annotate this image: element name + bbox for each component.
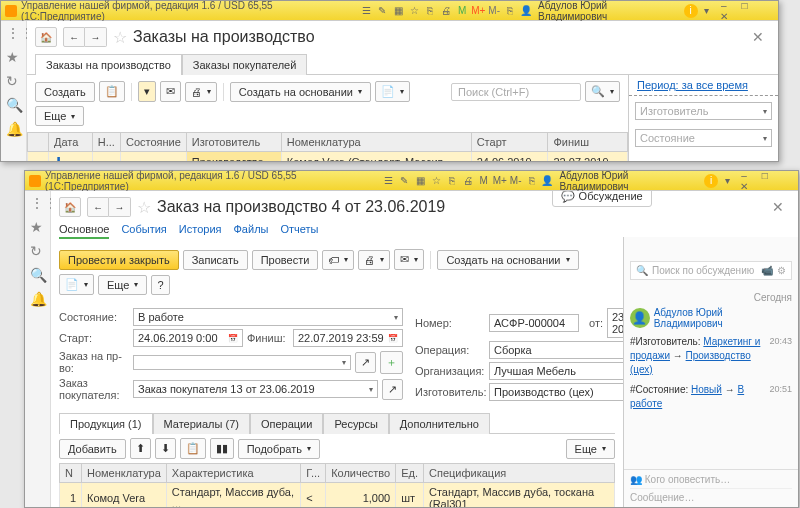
grid-icon[interactable]: ⋮⋮⋮ xyxy=(6,25,22,41)
star-icon[interactable]: ★ xyxy=(30,219,46,235)
tb-icon[interactable]: ⎘ xyxy=(525,174,539,188)
fav-icon[interactable]: ☆ xyxy=(113,28,127,47)
status-button[interactable]: ▾ xyxy=(138,81,156,102)
fwd-button[interactable]: → xyxy=(109,197,131,217)
tab-orders-cust[interactable]: Заказы покупателей xyxy=(182,54,308,75)
filter-maker[interactable]: Изготовитель▾ xyxy=(635,102,772,120)
copy-row-button[interactable]: 📋 xyxy=(180,438,206,459)
history-icon[interactable]: ↻ xyxy=(6,73,22,89)
col-icon[interactable] xyxy=(28,133,49,152)
pick-button[interactable]: Подобрать ▾ xyxy=(238,439,320,459)
user-name[interactable]: Абдулов Юрий Владимирович xyxy=(538,0,679,22)
tb-icon[interactable]: M xyxy=(455,4,469,18)
max-button[interactable]: □ xyxy=(756,170,774,181)
message-input[interactable]: Сообщение… xyxy=(630,492,792,503)
col-unit[interactable]: Ед. xyxy=(396,464,424,483)
add-button[interactable]: ＋ xyxy=(380,351,403,374)
nav-reports[interactable]: Отчеты xyxy=(280,223,318,239)
tab-resources[interactable]: Ресурсы xyxy=(323,413,388,434)
tb-icon[interactable]: ☰ xyxy=(359,4,373,18)
more-button[interactable]: Еще▾ xyxy=(35,106,84,126)
home-button[interactable]: 🏠 xyxy=(35,27,57,47)
from-input[interactable]: 23.06.2019 20:41:17📅 xyxy=(607,308,623,338)
col-finish[interactable]: Финиш xyxy=(548,133,628,152)
col-date[interactable]: Дата xyxy=(49,133,93,152)
mail-button[interactable]: ✉ xyxy=(160,81,181,102)
notify-input[interactable]: Кого оповестить… xyxy=(645,474,730,485)
info-icon[interactable]: i xyxy=(704,174,718,188)
report-button[interactable]: 📄▾ xyxy=(59,274,94,295)
tab-materials[interactable]: Материалы (7) xyxy=(153,413,250,434)
filter-state[interactable]: Состояние▾ xyxy=(635,129,772,147)
fav-icon[interactable]: ☆ xyxy=(137,198,151,217)
create-based-button[interactable]: Создать на основании▾ xyxy=(437,250,578,270)
home-button[interactable]: 🏠 xyxy=(59,197,81,217)
create-button[interactable]: Создать xyxy=(35,82,95,102)
tab-products[interactable]: Продукция (1) xyxy=(59,413,153,434)
tb-icon[interactable]: ☰ xyxy=(381,174,395,188)
discuss-search[interactable]: 🔍 Поиск по обсуждению📹⚙ xyxy=(630,261,792,280)
back-button[interactable]: ← xyxy=(87,197,109,217)
info-icon[interactable]: i xyxy=(684,4,698,18)
tb-icon[interactable]: M- xyxy=(487,4,501,18)
more-button[interactable]: Еще▾ xyxy=(98,275,147,295)
tag-button[interactable]: 🏷▾ xyxy=(322,250,354,270)
down-button[interactable]: ⬇ xyxy=(155,438,176,459)
grid-icon[interactable]: ⋮⋮⋮ xyxy=(30,195,46,211)
search-input[interactable]: Поиск (Ctrl+F) xyxy=(451,83,581,101)
up-button[interactable]: ⬆ xyxy=(130,438,151,459)
fwd-button[interactable]: → xyxy=(85,27,107,47)
tb-icon[interactable]: ▦ xyxy=(391,4,405,18)
save-button[interactable]: Записать xyxy=(183,250,248,270)
col-start[interactable]: Старт xyxy=(471,133,548,152)
copy-button[interactable]: 📋 xyxy=(99,81,125,102)
tb-icon[interactable]: M+ xyxy=(493,174,507,188)
open-button[interactable]: ↗ xyxy=(355,352,376,373)
tab-orders-prod[interactable]: Заказы на производство xyxy=(35,54,182,75)
tb-icon[interactable]: ✎ xyxy=(375,4,389,18)
user-icon[interactable]: 👤 xyxy=(541,174,555,188)
min-button[interactable]: – xyxy=(715,0,733,11)
back-button[interactable]: ← xyxy=(63,27,85,47)
col-n[interactable]: N xyxy=(60,464,82,483)
close-button[interactable]: ✕ xyxy=(735,181,753,192)
close-button[interactable]: ✕ xyxy=(715,11,733,22)
star-icon[interactable]: ★ xyxy=(6,49,22,65)
order-cust-input[interactable]: Заказ покупателя 13 от 23.06.2019▾ xyxy=(133,380,378,398)
nav-events[interactable]: События xyxy=(121,223,166,239)
close-page[interactable]: ✕ xyxy=(746,29,770,45)
col-nomen[interactable]: Номенклатура xyxy=(281,133,471,152)
col-maker[interactable]: Изготовитель xyxy=(186,133,281,152)
tab-operations[interactable]: Операции xyxy=(250,413,323,434)
tb-icon[interactable]: ☆ xyxy=(429,174,443,188)
barcode-button[interactable]: ▮▮ xyxy=(210,438,234,459)
max-button[interactable]: □ xyxy=(735,0,753,11)
finish-input[interactable]: 22.07.2019 23:59📅 xyxy=(293,329,403,347)
state-input[interactable]: В работе▾ xyxy=(133,308,403,326)
nav-history[interactable]: История xyxy=(179,223,222,239)
dd-icon[interactable]: ▾ xyxy=(720,174,734,188)
col-num[interactable]: Н... xyxy=(92,133,120,152)
period-link[interactable]: Период: за все время xyxy=(637,79,748,91)
col-nomen[interactable]: Номенклатура xyxy=(82,464,167,483)
tb-icon[interactable]: ⎘ xyxy=(423,4,437,18)
tb-icon[interactable]: ▦ xyxy=(413,174,427,188)
tb-icon[interactable]: 🖨 xyxy=(439,4,453,18)
number-input[interactable]: АСФР-000004 xyxy=(489,314,579,332)
tb-icon[interactable]: ☆ xyxy=(407,4,421,18)
tb-icon[interactable]: ✎ xyxy=(397,174,411,188)
post-button[interactable]: Провести xyxy=(252,250,319,270)
col-qty[interactable]: Количество xyxy=(326,464,396,483)
print-button[interactable]: 🖨▾ xyxy=(185,82,217,102)
nav-main[interactable]: Основное xyxy=(59,223,109,239)
post-close-button[interactable]: Провести и закрыть xyxy=(59,250,179,270)
col-char[interactable]: Характеристика xyxy=(166,464,301,483)
create-based-button[interactable]: Создать на основании▾ xyxy=(230,82,371,102)
open-button[interactable]: ↗ xyxy=(382,379,403,400)
tb-icon[interactable]: M xyxy=(477,174,491,188)
table-row[interactable]: 1 Комод Vera Стандарт, Массив дуба, ... … xyxy=(60,483,615,508)
tb-icon[interactable]: ⎘ xyxy=(445,174,459,188)
tb-icon[interactable]: M- xyxy=(509,174,523,188)
tab-additional[interactable]: Дополнительно xyxy=(389,413,490,434)
tb-icon[interactable]: ⎘ xyxy=(503,4,517,18)
